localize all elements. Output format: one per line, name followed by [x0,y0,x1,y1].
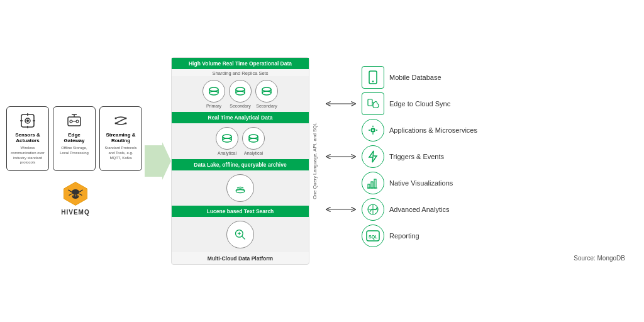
svg-marker-61 [369,151,377,162]
sync-icon [367,97,379,110]
apps-icon-wrap [362,119,384,142]
svg-point-32 [236,87,245,91]
streaming-title: Streaming & Routing [104,132,138,144]
analytical-circle-1 [216,127,238,150]
feature-analytics: Advanced Analytics [325,198,638,221]
middle-section: High Volume Real Time Operational Data S… [171,57,309,265]
chart-icon [367,177,379,189]
secondary-label-2: Secondary [256,104,277,108]
hivemq-text: HIVEMQ [61,209,89,216]
svg-point-31 [209,91,218,95]
textsearch-content [172,217,309,252]
svg-marker-27 [145,142,171,180]
analytical-icon-label-2: Analytical [244,151,263,155]
primary-label: Primary [206,104,221,108]
svg-point-48 [236,190,244,193]
textsearch-circle [226,221,254,248]
feature-mobile-db: Mobile Database [325,66,638,89]
svg-point-11 [76,120,79,123]
primary-group: Primary [203,80,225,108]
secondary-label-1: Secondary [230,104,250,108]
analytical-group-1: Analytical [216,127,238,155]
primary-secondary-content: Primary Secondary Secondary [172,76,309,112]
analytical-block: Real Time Analytical Data Analytical Ana… [172,112,309,159]
viz-icon-wrap [362,172,384,194]
analytics-icon-wrap [362,198,384,221]
textsearch-label: Lucene based Text Search [172,206,309,217]
svg-point-39 [262,91,271,95]
streaming-box: Streaming & Routing Standard Protocols a… [99,106,142,171]
gateway-desc: Offline Storage, Local Processing [57,146,91,156]
left-section: Sensors & Actuators Wireless communicati… [6,106,145,216]
analytical-label: Real Time Analytical Data [172,112,309,123]
svg-point-59 [372,129,374,131]
triggers-label: Triggers & Events [389,153,444,160]
datalake-block: Data Lake, offline, queryable archive [172,159,309,206]
reporting-label: Reporting [389,232,419,240]
analytical-content: Analytical Analytical [172,123,309,159]
mobile-icon [367,70,379,84]
edge-cloud-arrow [325,99,357,108]
svg-point-28 [209,87,218,91]
analytics-arrow [325,205,357,214]
svg-rect-63 [371,182,373,188]
high-volume-block: High Volume Real Time Operational Data S… [172,58,309,112]
svg-point-40 [223,135,231,138]
streaming-desc: Standard Protocols and Tools, e.g. MQTT,… [104,146,138,160]
svg-point-13 [115,117,117,119]
gateway-title: Edge Gateway [57,132,91,144]
sql-icon: SQL [366,230,380,242]
secondary-group-1: Secondary [229,80,252,108]
svg-point-43 [223,138,231,142]
viz-label: Native Visualizations [389,179,453,187]
apps-label: Applications & Microservices [389,126,477,134]
sensors-desc: Wireless communication over industry sta… [11,146,45,165]
primary-circle [203,80,225,103]
datalake-content [172,170,309,206]
svg-line-50 [242,236,245,240]
device-boxes: Sensors & Actuators Wireless communicati… [6,106,145,171]
edge-cloud-label: Edge to Cloud Sync [389,100,450,108]
mobile-db-label: Mobile Database [389,74,441,81]
query-lang-label: One Query Language, API, and SQL [312,123,318,199]
svg-point-36 [262,87,271,91]
svg-point-44 [249,135,258,138]
feature-edge-cloud: Edge to Cloud Sync [325,92,638,115]
analytics-icon [367,203,379,216]
svg-point-15 [115,122,117,124]
sensors-icon [19,112,36,130]
feature-visualizations: Native Visualizations [325,172,638,194]
svg-point-16 [125,122,127,124]
triggers-arrow [325,152,357,161]
reporting-icon-wrap: SQL [362,225,384,247]
svg-point-54 [372,80,374,82]
triggers-icon-wrap [362,145,384,168]
hivemq-logo: HIVEMQ [61,180,89,216]
query-lang-wrapper: One Query Language, API, and SQL [309,57,320,265]
gateway-box: Edge Gateway Offline Storage, Local Proc… [53,106,96,171]
svg-text:SQL: SQL [369,235,378,240]
secondary-circle-1 [229,80,252,103]
svg-point-14 [125,117,127,119]
source-text: Source: MongoDB [325,252,638,262]
analytical-icon-label-1: Analytical [218,151,236,155]
feature-reporting: SQL Reporting [325,225,638,247]
feature-triggers: Triggers & Events [325,145,638,168]
gateway-icon [65,112,83,130]
diagram-container: Sensors & Actuators Wireless communicati… [0,0,644,322]
analytical-group-2: Analytical [242,127,265,155]
sharding-label: Sharding and Replica Sets [172,69,309,76]
sensors-box: Sensors & Actuators Wireless communicati… [6,106,49,171]
edge-cloud-icon-wrap [362,92,384,115]
secondary-circle-2 [255,80,278,103]
textsearch-group [226,221,254,248]
svg-point-18 [72,189,79,195]
high-volume-label: High Volume Real Time Operational Data [172,58,309,69]
svg-rect-64 [374,179,376,188]
datalake-circle [226,174,254,202]
svg-point-35 [236,91,245,95]
sensors-title: Sensors & Actuators [11,132,45,144]
platform-title: Multi-Cloud Data Platform [172,252,309,264]
hivemq-section: HIVEMQ [6,180,145,216]
left-to-middle-arrow [145,142,171,180]
